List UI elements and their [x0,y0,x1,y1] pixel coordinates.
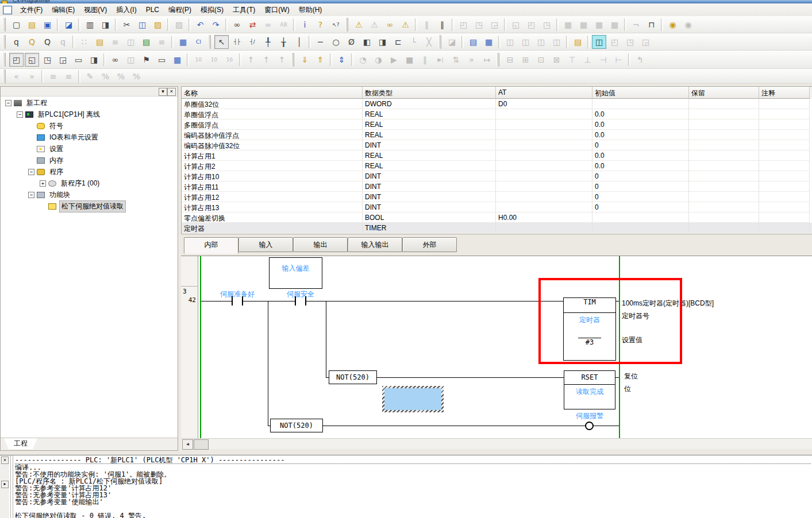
cell-name[interactable]: 计算占用10 [182,171,363,181]
cell-at[interactable] [496,202,592,212]
vertical-line-button[interactable]: │ [292,35,306,49]
tab-outputs[interactable]: 输出 [293,237,348,252]
not-instruction-1[interactable]: NOT(520) [329,370,377,384]
contact-or-no-button[interactable]: ╀ [261,35,275,49]
address-reference-tool-button[interactable]: ▤ [571,35,585,49]
menu-help[interactable]: 帮助(H) [294,4,327,16]
cell-at[interactable] [496,192,592,202]
cell-data-type[interactable]: REAL [363,119,496,130]
cell-comment[interactable] [759,192,810,202]
cell-comment[interactable] [759,150,810,161]
cell-initial-value[interactable]: 0.0 [592,119,689,130]
cell-name[interactable]: 计算占用2 [182,161,363,171]
toolbar-grip[interactable] [438,35,441,49]
window-view-2-button[interactable]: ◱ [25,53,39,67]
cell-retained[interactable] [689,181,759,192]
cell-data-type[interactable]: REAL [363,130,496,140]
tab-project[interactable]: 工程 [4,438,37,449]
document-window-icon[interactable] [3,6,12,14]
variable-row[interactable]: 多圈值浮点REAL0.0 [182,119,812,130]
zoom-selection-button[interactable]: Q [25,35,39,49]
tab-externals[interactable]: 外部 [402,237,457,252]
toolbar-grip[interactable] [497,53,499,67]
cell-name[interactable]: 定时器 [182,223,363,233]
cell-retained[interactable] [689,161,759,171]
cell-name[interactable]: 计算占用12 [182,192,363,202]
previous-rung-block[interactable]: 输入偏差 [269,257,322,289]
variable-row[interactable]: 单圈值浮点REAL0.0 [182,109,812,119]
tree-expander[interactable]: + [40,180,46,187]
cell-initial-value[interactable]: 0.0 [592,161,689,171]
cell-initial-value[interactable] [592,99,689,109]
mark-flag-button[interactable]: ⚑ [139,53,153,67]
cell-at[interactable] [496,181,592,192]
cell-at[interactable] [496,171,592,181]
contact-servo-ready[interactable] [232,296,243,306]
cell-data-type[interactable]: DINT [363,192,496,202]
window-view-4-button[interactable]: ◲ [56,53,70,67]
redo-button[interactable]: ↷ [209,18,223,32]
cell-initial-value[interactable]: 0 [592,192,689,202]
zoom-in-button[interactable]: Q [40,35,55,49]
variable-row[interactable]: 计算占用11DINT0 [182,181,812,192]
cell-data-type[interactable]: DWORD [363,99,496,109]
variable-row[interactable]: 编码器脉冲值浮点REAL0.0 [182,130,812,140]
toolbar-grip[interactable] [3,35,6,49]
cell-at[interactable] [496,161,592,171]
tree-expander[interactable]: − [17,111,23,118]
context-help-button[interactable]: ↖? [329,18,343,32]
variable-row[interactable]: 单圈值32位DWORDD0 [182,99,812,109]
cell-name[interactable]: 计算占用11 [182,181,363,192]
cell-initial-value[interactable]: 0.0 [592,130,689,140]
cell-initial-value[interactable] [592,223,689,233]
help-button[interactable]: ? [313,18,328,32]
cell-data-type[interactable]: BOOL [363,212,496,223]
transfer-from-plc-button[interactable]: ⇑ [313,53,328,67]
tab-in-out[interactable]: 输入输出 [348,237,402,252]
variable-row[interactable]: 编码器脉冲值32位DINT0 [182,140,812,150]
closed-coil-tool-button[interactable]: Ø [344,35,359,49]
cell-retained[interactable] [689,171,759,181]
print-preview-button[interactable]: ◨ [98,18,113,32]
undo-button[interactable]: ↶ [193,18,207,32]
tree-expander[interactable]: − [28,192,34,198]
cell-initial-value[interactable]: 0 [592,171,689,181]
compile-program-check-button[interactable]: ◪ [61,18,76,32]
toolbar-grip[interactable] [208,35,211,49]
coil-tool-button[interactable]: ○ [329,35,343,49]
cell-at[interactable] [496,223,592,233]
find-button[interactable]: ∞ [230,18,244,32]
cell-at[interactable] [496,109,592,119]
copy-button[interactable]: ◫ [135,18,149,32]
variable-row[interactable]: 定时器TIMER [182,223,812,233]
output-window-button[interactable]: ▭ [155,53,169,67]
cell-selection-rect[interactable] [382,386,444,412]
tab-inputs[interactable]: 输入 [238,237,293,252]
online-edit-check-button[interactable]: ⚠ [398,18,413,32]
tree-item-memory[interactable]: 内存 [1,154,178,166]
contact-no-button[interactable]: ┤├ [230,35,244,49]
horizontal-line-button[interactable]: ─ [313,35,328,49]
cell-initial-value[interactable]: 0.0 [592,150,689,161]
cell-data-type[interactable]: DINT [363,140,496,150]
cell-at[interactable] [496,119,592,130]
tree-item-symbols[interactable]: 符号 [1,120,178,132]
cell-retained[interactable] [689,202,759,212]
cell-at[interactable]: H0.00 [496,212,592,223]
cell-data-type[interactable]: REAL [363,109,496,119]
cell-retained[interactable] [689,130,759,140]
tree-item-program[interactable]: +新程序1 (00) [1,177,178,189]
panel-menu-button[interactable]: ▾ [159,88,167,96]
toolbar-grip[interactable] [3,18,6,32]
cell-name[interactable]: 编码器脉冲值浮点 [182,130,363,140]
cell-data-type[interactable]: DINT [363,171,496,181]
select-tool-button[interactable]: ↖ [214,35,229,49]
cell-retained[interactable] [689,109,759,119]
cell-data-type[interactable]: TIMER [363,223,496,233]
find-in-project-button[interactable]: ∞ [108,53,122,67]
tree-expander[interactable]: − [5,100,11,106]
new-document-button[interactable]: ▢ [9,18,24,32]
cell-name[interactable]: 多圈值浮点 [182,119,363,130]
cell-comment[interactable] [759,109,810,119]
cell-retained[interactable] [689,192,759,202]
